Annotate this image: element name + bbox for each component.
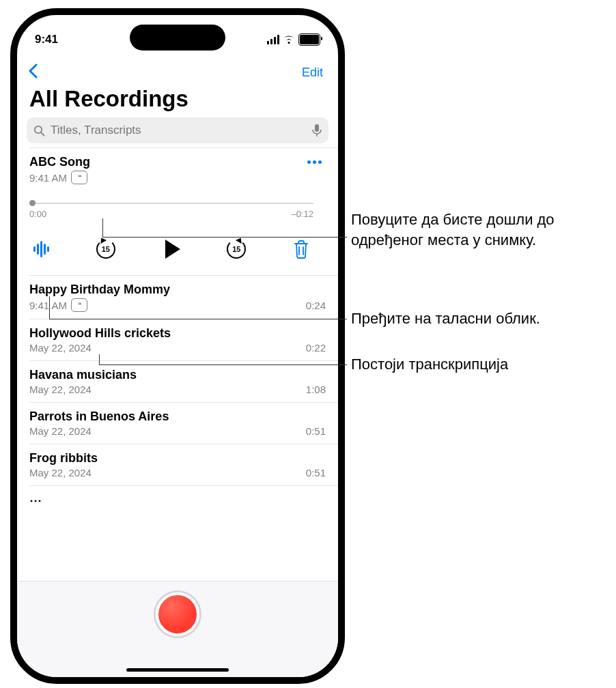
notch: [130, 25, 225, 51]
waveform-button[interactable]: [29, 236, 53, 262]
recording-row-expanded[interactable]: ABC Song 9:41 AM ❝ 0:00: [29, 147, 338, 276]
recording-duration: 0:51: [306, 425, 326, 437]
recording-row[interactable]: Hollywood Hills crickets May 22, 2024 0:…: [29, 319, 338, 361]
skip-back-15-icon: 15: [95, 238, 117, 260]
scrub-handle[interactable]: [29, 200, 36, 206]
callout-connector: [102, 237, 347, 238]
callout-connector: [99, 364, 347, 365]
recording-row[interactable]: Parrots in Buenos Aires May 22, 2024 0:5…: [29, 403, 338, 444]
recording-duration: 0:24: [306, 300, 326, 311]
trash-icon: [293, 240, 309, 259]
remaining-time: –0:12: [291, 209, 313, 219]
svg-rect-2: [315, 124, 319, 132]
play-icon: [165, 240, 180, 259]
callout-connector: [49, 319, 347, 319]
recording-row[interactable]: Frog ribbits May 22, 2024 0:51: [29, 444, 338, 486]
recording-row[interactable]: Happy Birthday Mommy 9:41 AM ❝ 0:24: [29, 276, 338, 319]
recording-title: Hollywood Hills crickets: [29, 326, 171, 341]
callout-waveform: Пређите на таласни облик.: [351, 309, 540, 329]
recording-title: ABC Song: [29, 155, 90, 169]
search-field[interactable]: [27, 117, 328, 143]
cellular-icon: [267, 35, 279, 44]
skip-back-button[interactable]: 15: [91, 234, 121, 264]
truncated-row: ⋯: [29, 486, 338, 508]
home-indicator: [126, 668, 229, 672]
status-right: [267, 33, 320, 46]
recording-title: Parrots in Buenos Aires: [29, 410, 169, 424]
transcript-badge-icon: ❝: [71, 298, 87, 312]
skip-forward-15-icon: 15: [225, 238, 247, 260]
back-button[interactable]: [28, 63, 39, 81]
delete-button[interactable]: [289, 235, 313, 263]
recording-subtitle: May 22, 2024: [29, 342, 92, 354]
edit-button[interactable]: Edit: [298, 63, 327, 83]
recording-duration: 0:22: [306, 342, 326, 354]
elapsed-time: 0:00: [29, 209, 46, 219]
player-area: 0:00 –0:12 15: [29, 197, 326, 264]
recording-title: Havana musicians: [29, 368, 137, 382]
recording-subtitle: 9:41 AM: [29, 172, 67, 184]
callout-connector: [49, 296, 50, 319]
callout-connector: [99, 354, 100, 364]
wifi-icon: [283, 35, 295, 44]
nav-bar: Edit: [17, 59, 338, 86]
waveform-icon: [33, 240, 49, 258]
dictate-icon[interactable]: [312, 124, 322, 137]
recording-subtitle: 9:41 AM: [29, 300, 67, 311]
phone-frame: 9:41 Edit All Recordings: [10, 8, 345, 684]
page-title: All Recordings: [17, 86, 338, 116]
battery-icon: [298, 33, 320, 46]
bottom-bar: [17, 581, 338, 677]
screen: 9:41 Edit All Recordings: [17, 15, 338, 677]
transcript-badge-icon: ❝: [71, 171, 87, 184]
record-button[interactable]: [156, 592, 199, 636]
callout-scrub: Повуците да бисте дошли до одређеног мес…: [351, 210, 604, 250]
recording-title: Happy Birthday Mommy: [29, 283, 170, 297]
recording-duration: 0:51: [306, 467, 326, 478]
recording-subtitle: May 22, 2024: [29, 384, 92, 395]
play-button[interactable]: [158, 235, 184, 263]
search-input[interactable]: [49, 123, 308, 138]
callout-transcript: Постоји транскрипција: [351, 354, 508, 375]
recording-duration: 1:08: [306, 384, 326, 395]
callout-connector: [102, 218, 103, 237]
recording-row[interactable]: Havana musicians May 22, 2024 1:08: [29, 361, 338, 403]
svg-line-1: [41, 132, 44, 136]
recording-subtitle: May 22, 2024: [29, 425, 92, 437]
scrub-track: [29, 203, 313, 204]
recording-subtitle: May 22, 2024: [29, 467, 92, 478]
skip-forward-button[interactable]: 15: [221, 234, 251, 264]
more-button[interactable]: [303, 156, 326, 168]
recording-title: Frog ribbits: [29, 451, 98, 465]
search-icon: [33, 125, 45, 137]
scrubber[interactable]: [29, 197, 313, 210]
status-time: 9:41: [35, 33, 58, 46]
